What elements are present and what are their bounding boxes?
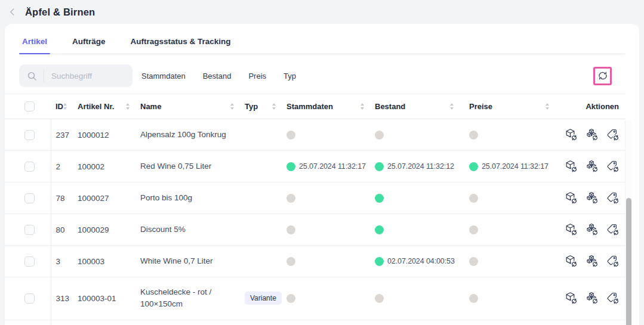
- stammdaten-timestamp: 25.07.2024 11:32:17: [299, 162, 366, 171]
- row-checkbox[interactable]: [24, 293, 35, 304]
- cell-bestand: [375, 320, 464, 325]
- sync-article-icon: [565, 128, 578, 141]
- tab-artikel[interactable]: Artikel: [19, 37, 50, 54]
- sync-article-button[interactable]: [565, 128, 578, 141]
- cell-stammdaten: [286, 119, 375, 151]
- sync-price-button[interactable]: [606, 223, 620, 236]
- tab-auftragsstatus-tracking[interactable]: Auftragsstatus & Tracking: [128, 37, 234, 54]
- preise-status-dot: [469, 257, 478, 266]
- sync-price-icon: [606, 191, 620, 205]
- cell-typ: [245, 119, 286, 151]
- sync-price-button[interactable]: [606, 292, 620, 305]
- sync-price-button[interactable]: [606, 255, 620, 268]
- cell-artikel-nr: 1000012: [78, 119, 140, 151]
- filter-typ[interactable]: Typ: [284, 72, 296, 81]
- cell-preise: [464, 320, 560, 325]
- sync-stock-icon: [586, 292, 599, 305]
- sync-article-icon: [565, 292, 578, 305]
- cell-preise: [464, 277, 560, 320]
- sync-article-icon: [565, 223, 578, 236]
- sync-stock-button[interactable]: [586, 191, 599, 205]
- stammdaten-status-dot: [286, 162, 295, 171]
- content-card: Artikel Aufträge Auftragsstatus & Tracki…: [5, 24, 639, 325]
- sync-price-button[interactable]: [606, 191, 620, 205]
- stammdaten-status-dot: [286, 257, 295, 266]
- cell-bestand: 25.07.2024 11:32:12: [375, 151, 464, 182]
- sync-price-button[interactable]: [606, 128, 620, 141]
- cell-preise: [464, 119, 560, 151]
- cell-id: 315: [51, 320, 78, 325]
- sync-stock-button[interactable]: [586, 128, 599, 141]
- search-divider: [44, 69, 44, 82]
- cell-name: Kuscheldecke - rot / 100×150cm: [140, 277, 245, 320]
- table-row: 315 100003-02 Kuscheldecke - rot / 150×1…: [5, 320, 625, 325]
- cell-artikel-nr: 100002: [78, 151, 140, 182]
- cell-stammdaten: [286, 320, 375, 325]
- refresh-button[interactable]: [593, 67, 612, 85]
- cell-id: 80: [51, 214, 78, 246]
- column-header-preise[interactable]: Preise: [464, 94, 560, 119]
- column-header-id[interactable]: ID: [51, 94, 78, 119]
- column-header-artikel-nr[interactable]: Artikel Nr.: [78, 94, 140, 119]
- scrollbar-thumb[interactable]: [626, 198, 631, 325]
- sync-stock-button[interactable]: [586, 223, 599, 236]
- search-box[interactable]: [19, 64, 133, 87]
- search-input[interactable]: [51, 72, 123, 81]
- filter-preis[interactable]: Preis: [248, 72, 266, 81]
- sort-icon[interactable]: [360, 103, 364, 110]
- sync-article-icon: [565, 160, 578, 173]
- column-header-bestand[interactable]: Bestand: [375, 94, 464, 119]
- row-checkbox[interactable]: [24, 193, 35, 203]
- preise-timestamp: 25.07.2024 11:32:17: [482, 162, 549, 171]
- search-icon: [26, 70, 38, 82]
- row-checkbox[interactable]: [24, 130, 35, 140]
- sort-icon[interactable]: [272, 103, 276, 110]
- cell-name: Discount 5%: [140, 214, 245, 246]
- column-header-typ[interactable]: Typ: [245, 94, 286, 119]
- table-row: 2 100002 Red Wine 0,75 Liter 25.07.2024 …: [5, 151, 625, 182]
- sync-article-button[interactable]: [565, 223, 578, 236]
- filter-stammdaten[interactable]: Stammdaten: [141, 72, 186, 81]
- sync-stock-icon: [586, 223, 599, 236]
- preise-status-dot: [469, 194, 478, 203]
- back-button[interactable]: [6, 5, 19, 18]
- sync-article-button[interactable]: [565, 292, 578, 305]
- sort-icon[interactable]: [450, 103, 454, 110]
- sync-article-button[interactable]: [565, 191, 578, 205]
- preise-status-dot: [469, 162, 478, 171]
- sync-price-button[interactable]: [606, 160, 620, 173]
- cell-aktionen: [560, 119, 625, 151]
- sort-icon[interactable]: [230, 103, 234, 110]
- row-checkbox[interactable]: [24, 256, 35, 267]
- row-checkbox[interactable]: [24, 162, 35, 172]
- cell-typ: Variante: [245, 277, 286, 320]
- table-row: 80 1000029 Discount 5%: [5, 214, 625, 246]
- cell-typ: Variante: [245, 320, 286, 325]
- tab-auftr-ge[interactable]: Aufträge: [69, 37, 109, 54]
- filter-bestand[interactable]: Bestand: [203, 72, 232, 81]
- cell-artikel-nr: 100003-01: [78, 277, 140, 320]
- table-row: 237 1000012 Alpensalz 100g Tonkrug: [5, 119, 625, 151]
- column-header-stammdaten[interactable]: Stammdaten: [286, 94, 375, 119]
- sort-icon[interactable]: [126, 103, 130, 110]
- cell-aktionen: [560, 182, 625, 214]
- sync-stock-button[interactable]: [586, 255, 599, 268]
- bestand-status-dot: [375, 257, 384, 266]
- sync-article-button[interactable]: [565, 160, 578, 173]
- sync-article-icon: [565, 191, 578, 205]
- sort-icon[interactable]: [546, 103, 549, 110]
- bestand-status-dot: [375, 162, 384, 171]
- sync-stock-button[interactable]: [586, 160, 599, 173]
- row-checkbox[interactable]: [24, 225, 35, 235]
- cell-aktionen: [560, 151, 625, 182]
- sync-stock-button[interactable]: [586, 292, 599, 305]
- cell-bestand: 02.07.2024 04:00:53: [375, 246, 464, 277]
- preise-status-dot: [469, 225, 478, 234]
- cell-artikel-nr: 1000027: [78, 182, 140, 214]
- sync-article-button[interactable]: [565, 255, 578, 268]
- select-all-checkbox[interactable]: [24, 101, 35, 112]
- sort-icon[interactable]: [63, 103, 67, 110]
- bestand-timestamp: 25.07.2024 11:32:12: [387, 162, 454, 171]
- column-header-name[interactable]: Name: [140, 94, 245, 119]
- filter-list: Stammdaten Bestand Preis Typ: [141, 72, 296, 81]
